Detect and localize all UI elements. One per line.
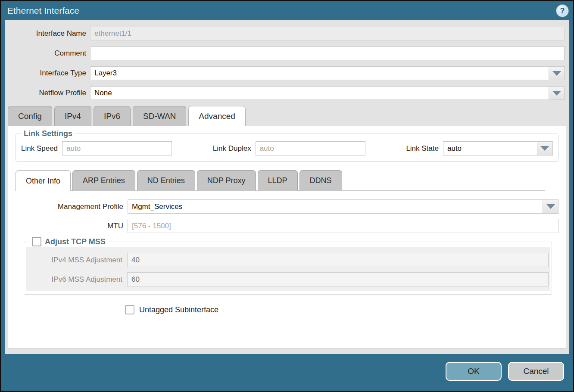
ipv6-mss-label: IPv6 MSS Adjustment (26, 275, 127, 284)
main-tab-bar: Config IPv4 IPv6 SD-WAN Advanced (8, 106, 569, 126)
tab-advanced[interactable]: Advanced (188, 106, 246, 126)
link-speed-label: Link Speed (21, 144, 62, 153)
ipv4-mss-label: IPv4 MSS Adjustment (26, 256, 127, 264)
untagged-subinterface-checkbox[interactable] (125, 305, 134, 314)
inner-tab-bar: Other Info ARP Entries ND Entries NDP Pr… (16, 170, 545, 191)
link-duplex-group: Link Duplex (213, 141, 365, 156)
ipv6-mss-row: IPv6 MSS Adjustment (26, 272, 550, 286)
interface-type-row: Interface Type Layer3 (5, 66, 565, 80)
link-settings-legend: Link Settings (22, 129, 75, 138)
link-duplex-label: Link Duplex (213, 144, 256, 153)
comment-field[interactable] (90, 47, 565, 60)
tab-config[interactable]: Config (8, 106, 52, 126)
interface-name-field (90, 27, 565, 40)
link-state-group: Link State auto (406, 141, 553, 156)
untagged-subinterface-label: Untagged Subinterface (139, 305, 218, 314)
comment-row: Comment (5, 47, 565, 60)
ethernet-interface-dialog: Ethernet Interface ? Interface Name Comm… (0, 0, 574, 392)
tab-ipv4[interactable]: IPv4 (54, 106, 91, 126)
interface-name-row: Interface Name (5, 27, 565, 40)
chevron-down-icon (546, 204, 555, 209)
interface-type-value: Layer3 (90, 69, 549, 78)
help-icon[interactable]: ? (556, 5, 568, 17)
link-state-dropdown-button[interactable] (537, 142, 552, 155)
management-profile-row: Management Profile Mgmt_Services (16, 199, 558, 214)
dialog-footer: OK Cancel (1, 354, 573, 391)
adjust-tcp-mss-group: Adjust TCP MSS IPv4 MSS Adjustment IPv6 … (24, 237, 552, 295)
management-profile-value: Mgmt_Services (128, 202, 543, 211)
netflow-profile-row: Netflow Profile None (5, 86, 565, 100)
link-duplex-field[interactable] (256, 141, 365, 156)
advanced-tab-panel: Link Settings Link Speed Link Duplex Lin… (8, 126, 566, 349)
ipv6-mss-field (127, 272, 549, 286)
adjust-tcp-mss-legend: Adjust TCP MSS (30, 237, 108, 246)
link-speed-group: Link Speed (21, 141, 172, 156)
dialog-body: Interface Name Comment Interface Type La… (5, 20, 569, 354)
management-profile-select[interactable]: Mgmt_Services (128, 199, 558, 214)
netflow-profile-dropdown-button[interactable] (549, 87, 564, 100)
interface-type-label: Interface Type (5, 69, 90, 78)
link-settings-group: Link Settings Link Speed Link Duplex Lin… (16, 129, 558, 162)
chevron-down-icon (552, 71, 561, 76)
tab-nd-entries[interactable]: ND Entries (137, 170, 195, 191)
chevron-down-icon (552, 91, 561, 96)
tab-ipv6[interactable]: IPv6 (94, 106, 131, 126)
netflow-profile-label: Netflow Profile (5, 89, 90, 97)
comment-label: Comment (5, 49, 90, 58)
tab-sdwan[interactable]: SD-WAN (133, 106, 186, 126)
adjust-tcp-mss-checkbox[interactable] (32, 237, 41, 246)
mtu-field[interactable] (128, 219, 558, 233)
management-profile-label: Management Profile (16, 202, 128, 211)
link-speed-field[interactable] (62, 141, 172, 156)
tab-ndp-proxy[interactable]: NDP Proxy (197, 170, 256, 191)
interface-type-dropdown-button[interactable] (549, 67, 564, 80)
question-mark-glyph: ? (560, 6, 565, 16)
mtu-label: MTU (16, 222, 128, 230)
chevron-down-icon (540, 146, 549, 151)
link-state-value: auto (443, 144, 537, 153)
ok-button[interactable]: OK (446, 362, 502, 381)
mtu-row: MTU (16, 219, 558, 233)
interface-name-label: Interface Name (5, 29, 90, 38)
interface-type-select[interactable]: Layer3 (90, 66, 565, 80)
mss-disabled-area: IPv4 MSS Adjustment IPv6 MSS Adjustment (26, 247, 550, 291)
tab-other-info[interactable]: Other Info (16, 170, 71, 191)
management-profile-dropdown-button[interactable] (543, 200, 558, 213)
cancel-button[interactable]: Cancel (508, 362, 564, 381)
untagged-subinterface-row: Untagged Subinterface (125, 305, 558, 314)
netflow-profile-value: None (90, 89, 549, 97)
netflow-profile-select[interactable]: None (90, 86, 565, 100)
tab-arp-entries[interactable]: ARP Entries (72, 170, 135, 191)
tab-ddns[interactable]: DDNS (299, 170, 342, 191)
dialog-titlebar: Ethernet Interface ? (1, 1, 573, 20)
ipv4-mss-field (127, 253, 549, 267)
dialog-title: Ethernet Interface (7, 6, 79, 16)
tab-lldp[interactable]: LLDP (258, 170, 298, 191)
link-state-select[interactable]: auto (443, 141, 553, 156)
ipv4-mss-row: IPv4 MSS Adjustment (26, 253, 550, 267)
adjust-tcp-mss-label: Adjust TCP MSS (45, 237, 106, 246)
link-state-label: Link State (406, 144, 443, 153)
